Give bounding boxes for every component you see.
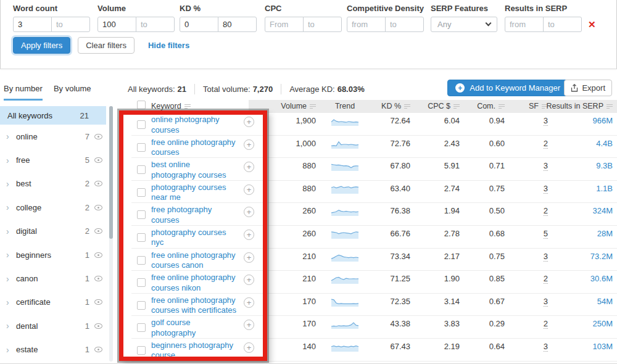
add-keyword-icon[interactable] [244, 139, 254, 150]
row-checkbox[interactable] [137, 210, 146, 219]
eye-icon[interactable] [94, 205, 102, 210]
column-header-keyword[interactable]: Keyword [151, 102, 191, 110]
eye-icon[interactable] [94, 134, 102, 139]
results-in-serp-value[interactable]: 73.2M [590, 252, 613, 261]
column-header-cpc[interactable]: CPC $ [428, 102, 460, 110]
column-header-kd[interactable]: KD % [381, 102, 410, 110]
add-keyword-icon[interactable] [244, 184, 254, 195]
eye-icon[interactable] [94, 323, 102, 329]
add-keyword-icon[interactable] [244, 207, 254, 217]
add-to-keyword-manager-button[interactable]: Add to Keyword Manager [447, 80, 568, 96]
word-count-to-input[interactable] [51, 17, 90, 32]
sort-icon[interactable] [499, 104, 505, 109]
row-checkbox[interactable] [137, 120, 146, 129]
keyword-link[interactable]: free photography courses [151, 205, 249, 225]
word-count-from-input[interactable] [13, 17, 52, 32]
sidebar-group-item[interactable]: dental 1 [0, 314, 106, 337]
tab-by-volume[interactable]: By volume [54, 84, 91, 101]
export-button[interactable]: Export [564, 80, 612, 96]
sort-icon[interactable] [607, 104, 613, 109]
sidebar-group-item[interactable]: free 5 [0, 148, 106, 172]
eye-icon[interactable] [94, 276, 102, 281]
add-keyword-icon[interactable] [244, 342, 254, 353]
sidebar-group-item[interactable]: online 7 [0, 125, 106, 148]
results-in-serp-value[interactable]: 103M [592, 342, 613, 351]
sort-icon[interactable] [453, 104, 460, 109]
sidebar-group-item[interactable]: canon 1 [0, 267, 106, 290]
sidebar-all-keywords[interactable]: All keywords 21 [0, 106, 106, 125]
eye-icon[interactable] [94, 157, 102, 163]
results-in-serp-value[interactable]: 966M [592, 116, 613, 125]
cpc-to-input[interactable] [303, 17, 342, 32]
eye-icon[interactable] [94, 299, 102, 305]
add-keyword-icon[interactable] [244, 252, 254, 263]
hide-filters-link[interactable]: Hide filters [148, 41, 189, 50]
sidebar-group-item[interactable]: college 2 [0, 196, 106, 219]
sf-value[interactable]: 2 [544, 319, 548, 329]
results-in-serp-value[interactable]: 9.3B [596, 161, 613, 170]
add-keyword-icon[interactable] [244, 230, 254, 240]
column-header-results-in-serp[interactable]: Results in SERP [547, 102, 613, 110]
column-header-volume[interactable]: Volume [281, 102, 316, 110]
results-in-serp-value[interactable]: 250M [592, 319, 613, 328]
keyword-link[interactable]: free online photography courses nikon [151, 273, 249, 293]
sf-value[interactable]: 5 [544, 229, 548, 239]
sort-icon[interactable] [404, 104, 410, 109]
serp-features-select[interactable]: Any [431, 17, 497, 32]
add-keyword-icon[interactable] [244, 117, 254, 127]
sidebar-scrollbar-thumb[interactable] [109, 106, 113, 239]
row-checkbox[interactable] [137, 278, 146, 287]
keyword-link[interactable]: photography courses nyc [151, 228, 249, 248]
apply-filters-button[interactable]: Apply filters [13, 37, 70, 54]
kd-to-input[interactable] [218, 17, 257, 32]
results-in-serp-value[interactable]: 28M [597, 229, 613, 238]
keyword-link[interactable]: best online photography courses [151, 160, 249, 180]
row-checkbox[interactable] [137, 256, 146, 265]
row-checkbox[interactable] [137, 165, 146, 174]
sf-value[interactable]: 3 [544, 252, 548, 262]
keyword-link[interactable]: free online photography courses canon [151, 250, 249, 271]
eye-icon[interactable] [94, 347, 102, 352]
sort-icon[interactable] [310, 104, 316, 109]
sf-value[interactable]: 3 [544, 342, 548, 352]
keyword-link[interactable]: beginners photography course [151, 341, 249, 361]
sf-value[interactable]: 3 [544, 161, 548, 171]
row-checkbox[interactable] [137, 301, 146, 310]
column-header-com[interactable]: Com. [477, 102, 505, 110]
row-checkbox[interactable] [137, 323, 146, 332]
results-in-serp-value[interactable]: 30.6M [590, 274, 613, 283]
results-in-serp-from-input[interactable] [505, 17, 544, 32]
tab-by-number[interactable]: By number [4, 84, 43, 101]
add-keyword-icon[interactable] [244, 297, 254, 308]
clear-filters-icon[interactable] [588, 19, 596, 30]
eye-icon[interactable] [94, 228, 102, 234]
results-in-serp-value[interactable]: 54M [597, 297, 613, 306]
volume-from-input[interactable] [97, 17, 136, 32]
row-checkbox[interactable] [137, 233, 146, 242]
row-checkbox[interactable] [137, 188, 146, 197]
sf-value[interactable]: 2 [544, 274, 548, 284]
keyword-link[interactable]: photography courses near me [151, 183, 249, 203]
competitive-density-from-input[interactable] [347, 17, 386, 32]
competitive-density-to-input[interactable] [385, 17, 424, 32]
results-in-serp-value[interactable]: 324M [592, 206, 613, 215]
sf-value[interactable]: 2 [544, 206, 548, 216]
volume-to-input[interactable] [136, 17, 175, 32]
sidebar-group-item[interactable]: beginners 1 [0, 243, 106, 267]
select-all-checkbox[interactable] [137, 101, 146, 109]
sf-value[interactable]: 3 [544, 184, 548, 194]
sidebar-group-item[interactable]: estate 1 [0, 338, 106, 362]
column-header-sf[interactable]: SF [529, 102, 548, 110]
keyword-link[interactable]: golf course photography [151, 318, 249, 338]
keyword-link[interactable]: free online photography courses with cer… [151, 296, 249, 316]
sidebar-group-item[interactable]: digital 2 [0, 220, 106, 243]
add-keyword-icon[interactable] [244, 320, 254, 330]
row-checkbox[interactable] [137, 346, 146, 355]
clear-filters-button[interactable]: Clear filters [78, 37, 135, 54]
sort-icon[interactable] [184, 104, 191, 109]
add-keyword-icon[interactable] [244, 162, 254, 172]
add-keyword-icon[interactable] [244, 275, 254, 285]
results-in-serp-to-input[interactable] [543, 17, 582, 32]
kd-from-input[interactable] [180, 17, 218, 32]
cpc-from-input[interactable] [265, 17, 304, 32]
